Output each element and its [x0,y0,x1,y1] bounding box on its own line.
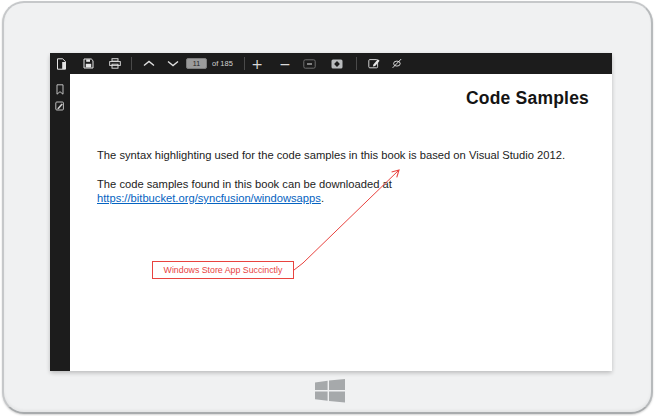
previous-page-button[interactable] [140,55,158,73]
tablet-frame: of 185 + − [2,1,653,414]
minus-icon: − [279,57,291,71]
windows-logo-icon [315,391,345,406]
ink-slash-icon [391,58,403,69]
download-link[interactable]: https://bitbucket.org/syncfusion/windows… [97,192,321,204]
chevron-down-icon [167,60,179,67]
pages-icon [56,58,67,70]
callout-arrow [70,74,612,371]
annotation-button[interactable] [365,55,383,73]
note-pencil-icon [55,99,65,114]
zoom-out-button[interactable]: − [276,55,294,73]
page-count-label: of 185 [212,60,233,68]
fit-page-button[interactable] [328,55,346,73]
fit-width-button[interactable] [300,55,318,73]
save-button[interactable] [79,55,97,73]
sidebar [50,74,70,371]
toolbar: of 185 + − [50,53,612,74]
callout-box: Windows Store App Succinctly [152,261,294,279]
pages-button[interactable] [52,55,70,73]
callout-label: Windows Store App Succinctly [164,265,283,275]
fit-page-icon [331,59,343,69]
page-title: Code Samples [466,88,589,109]
toolbar-divider [131,57,132,70]
pdf-viewer-window: of 185 + − [50,53,612,371]
ink-button[interactable] [388,55,406,73]
windows-home-button[interactable] [315,379,345,403]
toolbar-divider [356,57,357,70]
paragraph-download: The code samples found in this book can … [97,178,392,190]
page-number-input[interactable] [186,58,207,69]
print-icon [109,58,121,69]
save-icon [83,58,94,69]
bookmark-icon [56,83,64,98]
plus-icon: + [251,57,263,71]
link-line: https://bitbucket.org/syncfusion/windows… [97,192,324,204]
screenshot-stage: of 185 + − [0,0,655,416]
next-page-button[interactable] [164,55,182,73]
zoom-in-button[interactable]: + [248,55,266,73]
notes-button[interactable] [52,99,68,113]
note-edit-icon [368,58,381,69]
fit-width-icon [303,59,316,69]
link-period: . [321,192,324,204]
print-button[interactable] [106,55,124,73]
pdf-page: Code Samples The syntax highlighting use… [70,74,612,371]
chevron-up-icon [143,60,155,67]
paragraph-syntax: The syntax highlighting used for the cod… [97,149,565,161]
bookmarks-button[interactable] [52,83,68,97]
toolbar-divider [244,57,245,70]
